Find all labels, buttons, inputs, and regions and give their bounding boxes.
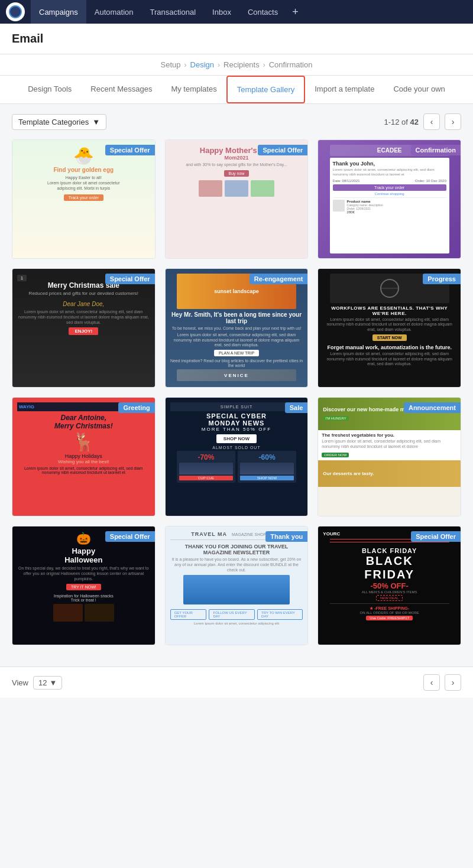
template-preview-btn: Buy now — [224, 170, 250, 177]
template-preview-shipping: ★ -FREE SHIPPING- — [370, 606, 409, 611]
pagination-range: 1-12 of 42 — [384, 118, 419, 126]
nav-contacts[interactable]: Contacts — [239, 0, 286, 24]
template-card[interactable]: Special Offer YOURC HOME WHAT'S NEW BLAC… — [318, 526, 461, 645]
template-preview-title: Hey Mr. Smith, It's been a long time sin… — [170, 311, 303, 324]
template-preview-section-title: The freshest vegetables for you. — [322, 433, 457, 438]
breadcrumb-confirmation[interactable]: Confirmation — [269, 60, 313, 69]
template-preview-btn: SHOP NOW — [216, 434, 257, 443]
template-preview-code: Use Code: FREESHIP17 — [366, 616, 413, 620]
template-preview-wave: Wishing you all the best! — [58, 459, 109, 464]
tab-code-your-own[interactable]: Code your own — [384, 76, 454, 103]
template-badge: Special Offer — [105, 274, 155, 284]
template-preview-subtitle: Happy Holidays — [65, 453, 102, 459]
nav-transactional[interactable]: Transactional — [142, 0, 205, 24]
template-badge: Special Offer — [105, 531, 155, 542]
tab-import-template[interactable]: Import a template — [305, 76, 384, 103]
tab-my-templates[interactable]: My templates — [161, 76, 226, 103]
template-badge: Special Offer — [105, 145, 155, 155]
template-badge: Announcement — [404, 402, 461, 413]
template-card[interactable]: Confirmation ECADEE Thank you John, Lore… — [318, 139, 461, 259]
template-card[interactable]: Sale SIMPLE SUIT SPECIAL CYBERMONDAY NEW… — [165, 397, 309, 516]
logo[interactable] — [6, 2, 25, 21]
template-preview-discount: MORE THAN 50% OFF — [202, 427, 271, 432]
template-card[interactable]: Special Offer 🎃 HappyHalloween On this s… — [12, 526, 155, 645]
template-card[interactable]: Special Offer Happy Mother's Day Mom2021… — [165, 139, 309, 259]
template-preview-logo: YOURC — [323, 531, 340, 537]
template-card[interactable]: Thank you TRAVEL MA MAGAZINE SHOP OTHER … — [165, 526, 309, 645]
template-preview-body: Lorem ipsum dolor sit amet, consectetur … — [170, 333, 303, 347]
breadcrumb: Setup › Design › Recipients › Confirmati… — [0, 54, 473, 76]
template-preview-categories: ALL MEN'S & CHILDREN'S ITEMS — [362, 590, 417, 594]
template-preview-btn-3: TRY TO WIN EVERY DAY — [257, 609, 303, 620]
footer-next-button[interactable]: › — [445, 674, 461, 691]
template-preview-text: Happy Easter to all!Lorem ipsum dolor si… — [47, 175, 120, 191]
footer-prev-button[interactable]: ‹ — [423, 674, 440, 691]
template-card[interactable]: Announcement Discover our new home-made … — [318, 397, 461, 516]
view-label: View — [12, 678, 28, 687]
breadcrumb-recipients[interactable]: Recipients — [223, 60, 260, 69]
page-title: Email — [12, 32, 43, 45]
breadcrumb-design[interactable]: Design — [190, 60, 214, 69]
template-preview-cta-title: Forget manual work, automatization is th… — [327, 344, 452, 350]
template-categories-dropdown[interactable]: Template Categories ▼ — [12, 114, 106, 130]
template-preview-text: Lorem ipsum dolor sit amet, consectetur … — [333, 168, 446, 177]
template-card[interactable]: Special Offer 1 Merry Christmas sale Red… — [12, 268, 155, 388]
template-card[interactable]: Re-engagement sunset landscape Hey Mr. S… — [165, 268, 309, 388]
template-preview-images — [199, 180, 274, 197]
template-preview-text: Lorem ipsum dolor sit amet, consectetur … — [17, 466, 150, 474]
template-preview-discount: -50% OFF- — [371, 581, 409, 590]
template-card[interactable]: Special Offer 🐣 Find your golden egg Hap… — [12, 139, 155, 259]
footer-pagination: ‹ › — [423, 674, 461, 691]
main-content: Template Categories ▼ 1-12 of 42 ‹ › Spe… — [0, 104, 473, 655]
template-preview-products: -70% CUP CUE -60% SHOP NOW — [177, 451, 296, 483]
template-preview-logo: WAYIG — [19, 404, 34, 409]
template-preview-footer-text: Lorem ipsum dolor sit amet, consectetur … — [194, 622, 279, 625]
pagination-next-button[interactable]: › — [445, 113, 461, 130]
tab-design-tools[interactable]: Design Tools — [18, 76, 81, 103]
template-preview-city: VENICE — [177, 369, 296, 381]
template-preview-text: To be honest, we miss you. Come back and… — [172, 326, 302, 331]
nav-inbox[interactable]: Inbox — [204, 0, 239, 24]
template-preview-brand: SIMPLE SUIT — [173, 405, 301, 409]
template-preview-section: Inspiration for Halloween snacksTrick or… — [54, 594, 114, 602]
template-preview-btn-1: GET YOUR OFFER — [170, 609, 207, 620]
view-dropdown[interactable]: 12 ▼ — [33, 676, 62, 690]
filter-bar: Template Categories ▼ 1-12 of 42 ‹ › — [12, 113, 461, 130]
template-preview-title: Find your golden egg — [53, 167, 114, 173]
template-preview-header: SIMPLE SUIT — [170, 402, 303, 411]
template-preview-text: On this special day, we decided to treat… — [17, 565, 150, 581]
nav-campaigns[interactable]: Campaigns — [31, 0, 86, 24]
template-preview-status: ALMOST SOLD OUT — [212, 446, 260, 450]
template-preview-title: HappyHalloween — [64, 547, 102, 564]
template-preview-icon: 🦌 — [73, 431, 95, 452]
template-preview-buttons: GET YOUR OFFER FOLLOW US EVERY DAY TRY T… — [170, 609, 303, 620]
template-badge: Thank you — [265, 531, 307, 542]
template-card[interactable]: Greeting WAYIG Dear Antoine,Merry Christ… — [12, 397, 155, 516]
template-preview-icon: 🎃 — [76, 531, 91, 545]
tab-recent-messages[interactable]: Recent Messages — [81, 76, 161, 103]
template-badge: Special Offer — [258, 145, 307, 155]
nav-automation[interactable]: Automation — [86, 0, 142, 24]
pagination-prev-button[interactable]: ‹ — [423, 113, 440, 130]
template-card[interactable]: Progress WORKFLOWS ARE ESSENTIALS. THAT'… — [318, 268, 461, 388]
template-preview-body: Thank you John, Lorem ipsum dolor sit am… — [330, 158, 449, 253]
template-preview-btn: PLAN A NEW TRIP — [214, 350, 259, 356]
template-preview-divider2 — [330, 603, 449, 604]
breadcrumb-setup[interactable]: Setup — [161, 60, 181, 69]
template-badge: Greeting — [118, 402, 154, 413]
template-preview-dessert-title: Our desserts are tasty. — [323, 471, 374, 476]
view-dropdown-arrow-icon: ▼ — [49, 678, 57, 687]
template-preview-deal-badge: NEW DEAL — [376, 595, 403, 601]
template-preview-btn: Track your order — [333, 184, 446, 191]
template-preview-btn: Track your order — [64, 194, 103, 201]
view-value: 12 — [38, 678, 47, 687]
template-preview-btn-2: FOLLOW US EVERY DAY — [209, 609, 255, 620]
template-preview-title: WORKFLOWS ARE ESSENTIALS. THAT'S WHY WE'… — [323, 305, 456, 316]
breadcrumb-sep-2: › — [218, 61, 220, 69]
tab-template-gallery[interactable]: Template Gallery — [226, 76, 306, 103]
template-preview-day: BLACKFRIDAY — [364, 554, 414, 581]
template-preview-title: Dear Antoine,Merry Christmas! — [54, 414, 113, 430]
template-grid: Special Offer 🐣 Find your golden egg Hap… — [12, 139, 461, 645]
template-badge: Confirmation — [411, 145, 461, 155]
nav-add-button[interactable]: + — [286, 6, 304, 18]
